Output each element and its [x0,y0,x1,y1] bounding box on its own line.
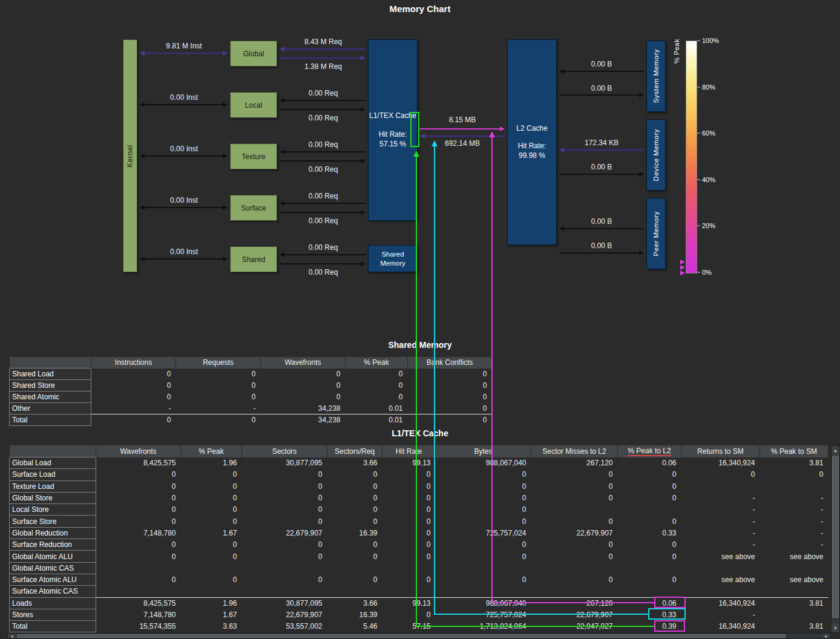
row-label: Other [10,403,91,415]
edge-label-l2-device-in: 172.34 KB [585,139,619,147]
cell [618,586,681,597]
column-header-label: Sectors/Req [335,447,375,456]
column-header[interactable]: Sectors/Req [327,445,382,457]
column-header[interactable]: Returns to SM [681,445,760,457]
row-label: Surface Store [10,516,96,527]
cell: see above [760,574,829,585]
cell [760,562,829,574]
table-row: Shared Store00000 [10,380,492,392]
cell: 0 [618,574,681,585]
l1-hit-rate-label: Hit Rate: [379,130,407,140]
column-header[interactable]: Bank Conflicts [408,357,492,369]
cell: 0 [436,539,531,551]
column-header-label: Wavefronts [284,358,321,367]
cell: 0 [176,380,261,392]
column-header[interactable]: % Peak [181,445,242,457]
column-header[interactable]: Instructions [91,357,176,369]
column-header-label: % Peak to L2 [628,447,671,456]
column-header[interactable]: Bytes [436,445,531,457]
column-header[interactable]: % Peak [346,357,408,369]
edge-label-l2-peer-out: 0.00 B [591,241,612,250]
cell: 5.46 [327,621,382,632]
column-header-label: Sector Misses to L2 [542,447,606,456]
cell: 0 [408,369,492,380]
cell: 0 [261,369,346,380]
percent-peak-color-scale [686,41,697,274]
row-label: Shared Atomic [10,392,91,403]
horizontal-scrollbar[interactable]: ◄ ► [7,633,831,639]
vertical-scrollbar[interactable]: ▲ ▼ [831,445,840,633]
edge-label-l2-to-l1: 692.14 MB [445,139,480,148]
cell: 53,557,002 [242,621,327,632]
cell [531,562,618,574]
cell: 0 [96,492,181,503]
local-label: Local [245,101,263,110]
cell: 0 [531,539,618,551]
cell: 0 [531,469,618,480]
cell: 3.81 [760,457,829,469]
edge-label-l2-peer-in: 0.00 B [591,217,612,226]
row-label: Surface Atomic CAS [10,586,96,597]
cell [327,562,382,574]
scroll-left-button[interactable]: ◄ [8,634,16,638]
cell: 0 [382,609,436,620]
cell: 0 [181,539,242,551]
system-memory-label: System Memory [652,49,660,103]
cell: 0 [382,469,436,480]
cell: 0 [618,480,681,492]
cell: 7,148,780 [96,527,181,539]
column-header[interactable]: Hit Rate [382,445,436,457]
cell: 0 [436,480,531,492]
cell: 34,238 [261,415,346,426]
cell: 0 [618,492,681,503]
scale-current-value-marker [680,265,685,270]
column-header[interactable]: Sector Misses to L2 [531,445,618,457]
scroll-right-button[interactable]: ► [822,634,830,638]
cell: - [681,609,760,620]
column-header[interactable]: Sectors [242,445,327,457]
cell: 0 [436,516,531,527]
table-row: Surface Store00000000-- [10,516,829,527]
cell: 0 [408,380,492,392]
column-header[interactable]: Wavefronts [261,357,346,369]
cell: 0 [346,392,408,403]
column-header[interactable]: Requests [176,357,261,369]
scale-current-value-marker [680,260,685,264]
edge-label-surface-l1-loads: 0.00 Req [309,192,338,200]
column-header[interactable]: % Peak to L2 [618,445,681,457]
horizontal-scrollbar-thumb[interactable] [17,634,786,638]
cell: 0 [327,480,382,492]
cell: 0 [531,492,618,503]
scroll-down-button[interactable]: ▼ [832,624,839,632]
table-row: Texture Load00000000 [10,480,829,492]
vertical-scrollbar-thumb[interactable] [832,456,839,618]
cell: 0 [91,392,176,403]
edge-label-global-l1-loads: 8.43 M Req [304,38,342,46]
cell: 99.13 [382,597,436,609]
cell: see above [760,551,829,562]
cell: 267,120 [531,457,618,469]
global-box: Global [230,41,277,67]
scale-tick-0: 0% [702,269,712,276]
column-header[interactable]: Wavefronts [96,445,181,457]
table-row: Local Store000000-- [10,504,829,516]
edge-label-texture-l1-loads: 0.00 Req [309,140,338,149]
header-row: InstructionsRequestsWavefronts% PeakBank… [10,357,492,369]
cell: 0.06 [618,457,681,469]
cell: 0 [436,504,531,516]
cell: 8,425,575 [96,597,181,609]
cell: 0 [176,415,261,426]
column-header-label: % Peak to SM [771,447,817,456]
cell: 0 [96,516,181,527]
table-row: Global Load8,425,5751.9630,877,0953.6699… [10,457,829,469]
table-row: Shared Atomic00000 [10,392,492,403]
table-row: Total15,574,3553.6353,557,0025.4657.151,… [10,621,829,632]
cell: 22,679,907 [531,609,618,620]
column-header[interactable]: % Peak to SM [760,445,829,457]
cell: 0 [242,480,327,492]
cell: 0 [382,539,436,551]
cell: 0 [327,492,382,503]
cell: - [760,504,829,516]
edge-label-l2-device-out: 0.00 B [591,163,612,171]
scroll-up-button[interactable]: ▲ [832,446,839,454]
